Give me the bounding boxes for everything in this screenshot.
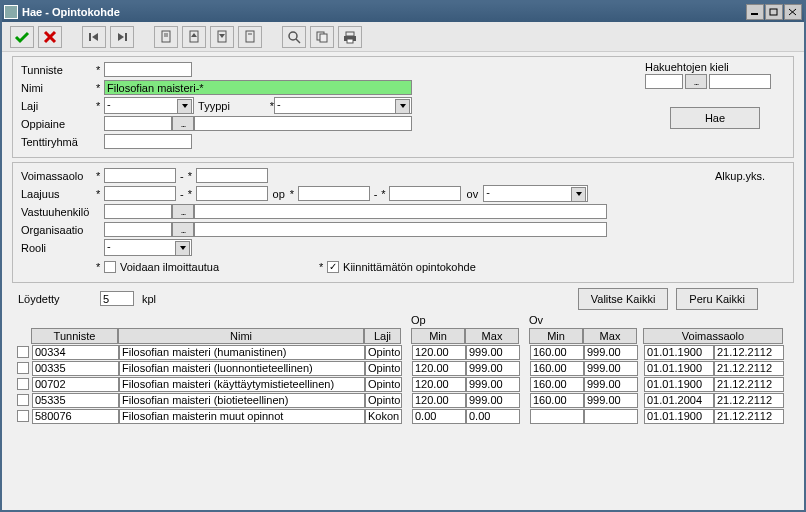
cell-opmin: 120.00 (412, 377, 466, 392)
hae-button[interactable]: Hae (670, 107, 760, 129)
alkup-label: Alkup.yks. (715, 170, 785, 182)
cell-tunniste: 00702 (32, 377, 119, 392)
doc-button-1[interactable] (154, 26, 178, 48)
vastuu-lookup-button[interactable]: ... (172, 204, 194, 219)
search-button[interactable] (282, 26, 306, 48)
col-tunniste: Tunniste (31, 328, 118, 344)
cell-opmax: 999.00 (466, 361, 520, 376)
tunniste-label: Tunniste (21, 64, 96, 76)
cell-ovmin (530, 409, 584, 424)
oppiaine-lookup-button[interactable]: ... (172, 116, 194, 131)
cell-vto: 21.12.2112 (714, 361, 784, 376)
window-title: Hae - Opintokohde (22, 6, 746, 18)
cell-ovmax: 999.00 (584, 345, 638, 360)
laajuus-label: Laajuus (21, 188, 96, 200)
close-button[interactable] (784, 4, 802, 20)
laji-label: Laji (21, 100, 96, 112)
cell-ovmin: 160.00 (530, 361, 584, 376)
cell-vto: 21.12.2112 (714, 409, 784, 424)
cell-vto: 21.12.2112 (714, 345, 784, 360)
lang-code-input[interactable] (645, 74, 683, 89)
col-voim: Voimassaolo (643, 328, 783, 344)
kiinn-checkbox[interactable] (327, 261, 339, 273)
nimi-input[interactable] (104, 80, 412, 95)
cell-nimi: Filosofian maisteri (humanistinen) (119, 345, 365, 360)
op-to-input[interactable] (389, 186, 461, 201)
rooli-select[interactable]: - (104, 239, 192, 256)
cell-nimi: Filosofian maisteri (biotieteellinen) (119, 393, 365, 408)
row-checkbox[interactable] (17, 362, 29, 374)
cell-vfrom: 01.01.2004 (644, 393, 714, 408)
org-code-input[interactable] (104, 222, 172, 237)
table-row[interactable]: 00335Filosofian maisteri (luonnontieteel… (16, 360, 790, 376)
cell-nimi: Filosofian maisteri (luonnontieteellinen… (119, 361, 365, 376)
col-ov-min: Min (529, 328, 583, 344)
cell-opmin: 120.00 (412, 361, 466, 376)
col-laji: Laji (364, 328, 401, 344)
voidaan-checkbox[interactable] (104, 261, 116, 273)
org-name-input[interactable] (194, 222, 607, 237)
row-checkbox[interactable] (17, 378, 29, 390)
org-lookup-button[interactable]: ... (172, 222, 194, 237)
print-button[interactable] (338, 26, 362, 48)
cell-ovmax: 999.00 (584, 361, 638, 376)
oppiaine-code-input[interactable] (104, 116, 172, 131)
laji-select[interactable]: - (104, 97, 194, 114)
table-row[interactable]: 00334Filosofian maisteri (humanistinen)O… (16, 344, 790, 360)
row-checkbox[interactable] (17, 410, 29, 422)
minimize-button[interactable] (746, 4, 764, 20)
nav-last-button[interactable] (110, 26, 134, 48)
loydetty-value (100, 291, 134, 306)
doc-button-3[interactable] (210, 26, 234, 48)
cell-laji: Kokon (365, 409, 402, 424)
search-fieldset-2: Voimassaolo * -* Alkup.yks. Laajuus * -*… (12, 162, 794, 283)
row-checkbox[interactable] (17, 346, 29, 358)
voim-from-input[interactable] (104, 168, 176, 183)
vastuu-code-input[interactable] (104, 204, 172, 219)
vastuu-name-input[interactable] (194, 204, 607, 219)
cell-tunniste: 05335 (32, 393, 119, 408)
lang-name-input[interactable] (709, 74, 771, 89)
deselect-all-button[interactable]: Peru Kaikki (676, 288, 758, 310)
tyyppi-select[interactable]: - (274, 97, 412, 114)
reject-button[interactable] (38, 26, 62, 48)
svg-marker-7 (92, 33, 98, 41)
row-checkbox[interactable] (17, 394, 29, 406)
organisaatio-label: Organisaatio (21, 224, 96, 236)
kiinn-label: Kiinnittämätön opintokohde (343, 261, 476, 273)
svg-rect-17 (246, 31, 254, 42)
tunniste-input[interactable] (104, 62, 192, 77)
doc-button-2[interactable] (182, 26, 206, 48)
tenttiryhma-input[interactable] (104, 134, 192, 149)
op-from-input[interactable] (298, 186, 370, 201)
col-ov-max: Max (583, 328, 637, 344)
nav-first-button[interactable] (82, 26, 106, 48)
laajuus-from-input[interactable] (104, 186, 176, 201)
cell-opmax: 999.00 (466, 345, 520, 360)
svg-rect-23 (346, 32, 354, 36)
voim-to-input[interactable] (196, 168, 268, 183)
cell-ovmax (584, 409, 638, 424)
ov-select[interactable]: - (483, 185, 588, 202)
svg-rect-22 (320, 34, 327, 42)
cell-ovmax: 999.00 (584, 377, 638, 392)
lang-lookup-button[interactable]: ... (685, 74, 707, 89)
cell-laji: Opinto (365, 393, 402, 408)
cell-laji: Opinto (365, 345, 402, 360)
vastuu-label: Vastuuhenkilö (21, 206, 96, 218)
oppiaine-name-input[interactable] (194, 116, 412, 131)
copy-button[interactable] (310, 26, 334, 48)
table-row[interactable]: 580076Filosofian maisterin muut opinnotK… (16, 408, 790, 424)
select-all-button[interactable]: Valitse Kaikki (578, 288, 669, 310)
table-row[interactable]: 05335Filosofian maisteri (biotieteelline… (16, 392, 790, 408)
doc-button-4[interactable] (238, 26, 262, 48)
maximize-button[interactable] (765, 4, 783, 20)
cell-laji: Opinto (365, 361, 402, 376)
accept-button[interactable] (10, 26, 34, 48)
ov-group-label: Ov (529, 314, 637, 328)
table-row[interactable]: 00702Filosofian maisteri (käyttäytymisti… (16, 376, 790, 392)
cell-tunniste: 580076 (32, 409, 119, 424)
laajuus-to-input[interactable] (196, 186, 268, 201)
toolbar (2, 22, 804, 52)
results-grid: Op Ov Tunniste Nimi Laji Min Max Min Max… (12, 314, 794, 424)
